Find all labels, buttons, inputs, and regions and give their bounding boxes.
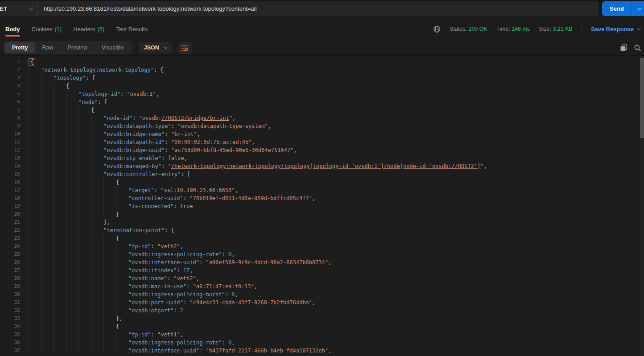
json-token: : [ <box>165 227 174 233</box>
scrollbar-track[interactable] <box>640 56 644 356</box>
tab-body[interactable]: Body <box>5 18 20 40</box>
indent-guide <box>66 202 78 210</box>
indent-guide <box>91 162 103 170</box>
line-number: 10 <box>0 130 20 138</box>
json-token: , <box>231 251 235 258</box>
indent-guide <box>41 82 54 90</box>
json-token: true <box>180 203 193 209</box>
indent-guide <box>66 226 78 234</box>
indent-guide <box>41 186 54 194</box>
save-response-button[interactable]: Save Response <box>591 26 640 33</box>
line-number: 7 <box>0 106 20 114</box>
indent-guide <box>29 90 41 98</box>
indent-guide <box>41 194 54 202</box>
tab-cookies[interactable]: Cookies (1) <box>32 18 62 40</box>
json-token: , <box>180 331 183 338</box>
code-text: "ovsdb:name": "veth2", <box>29 274 644 282</box>
format-dropdown[interactable]: JSON <box>139 42 172 53</box>
indent-guide <box>41 234 54 242</box>
code-line: 27"ovsdb:ifindex": 17, <box>0 266 644 274</box>
method-selector[interactable]: GET <box>0 1 37 16</box>
tab-test-results[interactable]: Test Results <box>116 18 148 40</box>
scrollbar-thumb[interactable] <box>640 58 644 138</box>
indent-guide <box>29 274 41 282</box>
json-token: : <box>183 299 190 306</box>
code-text: { <box>29 234 644 242</box>
indent-guide <box>54 250 66 258</box>
copy-icon[interactable] <box>620 44 627 52</box>
code-line: 1{ <box>0 58 644 66</box>
tab-body-label: Body <box>5 26 20 33</box>
indent-guide <box>66 106 78 114</box>
indent-guide <box>91 210 103 218</box>
indent-guide <box>103 339 116 347</box>
code-line: 10"ovsdb:bridge-name": "br-int", <box>0 130 644 138</box>
json-token: "node-id" <box>103 115 132 121</box>
json-link[interactable]: //HOST2/bridge/br-int <box>161 115 229 121</box>
json-token: "ovsdb:name" <box>128 275 167 282</box>
code-line: 26"ovsdb:interface-uuid": "a96ef569-9c9c… <box>0 258 644 266</box>
indent-guide <box>78 130 91 138</box>
indent-guide <box>54 339 66 347</box>
json-token: " <box>229 115 232 121</box>
view-tab-raw[interactable]: Raw <box>35 42 60 53</box>
indent-guide <box>91 146 103 154</box>
line-number: 34 <box>0 323 20 331</box>
indent-guide <box>29 82 41 90</box>
indent-guide <box>54 106 66 114</box>
code-text: "ovsdb:interface-uuid": "b437fafd-2217-4… <box>29 347 644 355</box>
indent-guide <box>66 178 78 186</box>
json-token: "termination-point" <box>103 227 165 233</box>
json-token: "ovsdb:1" <box>127 91 156 97</box>
line-number: 18 <box>0 194 20 202</box>
send-button[interactable]: Send <box>602 1 632 16</box>
size-badge: Size: 3.21 KB <box>539 26 573 32</box>
indent-guide <box>78 266 91 274</box>
code-line: 37"ovsdb:interface-uuid": "b437fafd-2217… <box>0 347 644 355</box>
search-icon[interactable] <box>634 44 641 52</box>
url-input[interactable]: http://10.190.23.66:8181/rests/data/netw… <box>37 1 599 16</box>
json-link[interactable]: /network-topology:network-topology/topol… <box>171 163 481 169</box>
code-line: 2"network-topology:network-topology": { <box>0 66 644 74</box>
line-number: 17 <box>0 186 20 194</box>
code-line: 3"topology": [ <box>0 74 644 82</box>
network-globe-icon[interactable] <box>433 25 441 33</box>
indent-guide <box>66 274 78 282</box>
indent-guide <box>91 178 103 186</box>
indent-guide <box>54 315 66 323</box>
line-number: 4 <box>0 82 20 90</box>
indent-guide <box>41 266 54 274</box>
indent-guide <box>66 339 78 347</box>
tab-headers[interactable]: Headers (5) <box>73 18 104 40</box>
indent-guide <box>41 339 54 347</box>
indent-guide <box>103 186 116 194</box>
view-tab-visualize[interactable]: Visualize <box>95 42 131 53</box>
word-wrap-icon <box>181 45 189 51</box>
indent-guide <box>66 98 78 106</box>
indent-guide <box>66 282 78 291</box>
json-token: "ovsdb:ifindex" <box>128 267 177 274</box>
json-token: "tp-id" <box>128 331 151 338</box>
indent-guide <box>29 98 41 106</box>
json-token: : [ <box>181 171 190 177</box>
indent-guide <box>103 323 116 331</box>
code-text: "ovsdb:stp_enable": false, <box>29 154 644 162</box>
indent-guide <box>29 315 41 323</box>
view-tab-pretty[interactable]: Pretty <box>5 42 35 53</box>
json-token: "a96ef569-9c9c-4dcd-98a2-66347b8b8734" <box>206 259 328 266</box>
indent-guide <box>103 282 116 291</box>
response-meta: Status: 200 OK Time: 146 ms Size: 3.21 K… <box>433 18 640 40</box>
line-number: 37 <box>0 347 20 355</box>
wrap-toggle-button[interactable] <box>178 42 192 54</box>
line-number: 8 <box>0 114 20 122</box>
indent-guide <box>103 266 116 274</box>
view-tab-preview[interactable]: Preview <box>60 42 94 53</box>
line-number: 2 <box>0 66 20 74</box>
indent-guide <box>91 315 103 323</box>
indent-guide <box>116 202 128 210</box>
tab-cookies-label: Cookies <box>32 26 53 33</box>
json-code-block: 1{2"network-topology:network-topology": … <box>0 58 644 355</box>
json-token: , <box>231 340 235 346</box>
indent-guide <box>66 186 78 194</box>
send-options-button[interactable] <box>632 1 644 16</box>
